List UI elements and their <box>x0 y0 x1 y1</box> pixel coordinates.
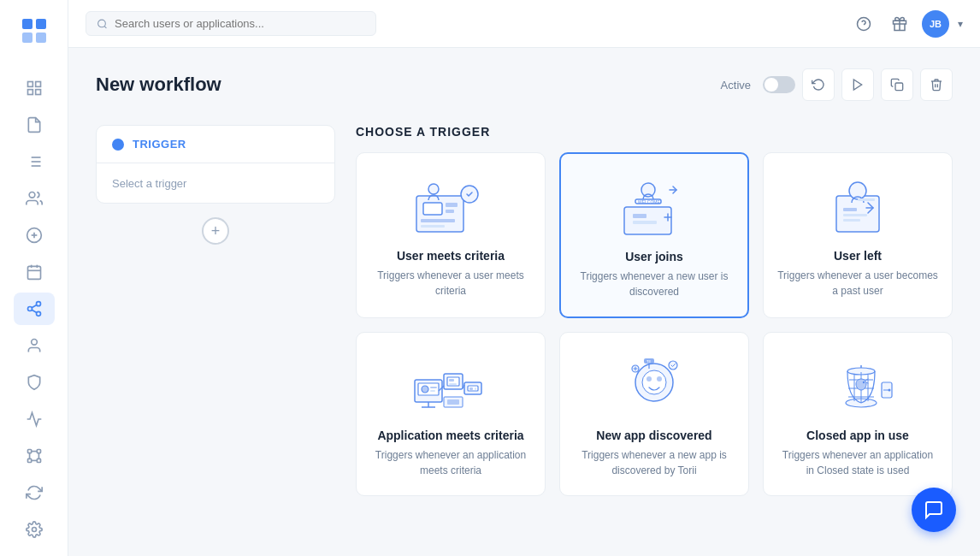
copy-button[interactable] <box>881 68 913 101</box>
trigger-dot <box>112 139 124 151</box>
user-left-illustration <box>815 170 900 239</box>
svg-rect-55 <box>633 221 657 224</box>
page-title: New workflow <box>96 74 721 96</box>
svg-rect-5 <box>35 82 40 87</box>
svg-point-22 <box>36 302 40 306</box>
svg-rect-51 <box>421 225 445 228</box>
svg-rect-48 <box>446 210 454 213</box>
svg-rect-0 <box>22 19 32 29</box>
trigger-option-closed-app-in-use[interactable]: Closed app in use Triggers whenever an a… <box>763 332 953 496</box>
header-controls: Active <box>721 68 953 101</box>
svg-rect-1 <box>36 19 46 29</box>
add-step-button[interactable]: + <box>202 217 229 245</box>
content-area: New workflow Active <box>68 48 980 556</box>
history-button[interactable] <box>802 68 835 101</box>
sidebar-item-sync[interactable] <box>14 476 55 509</box>
trigger-option-user-left[interactable]: User left Triggers whenever a user becom… <box>763 152 953 318</box>
svg-rect-4 <box>27 82 32 87</box>
trigger-option-new-app-discovered[interactable]: TII New app discovered Triggers whenever… <box>559 332 749 496</box>
sidebar-item-list[interactable] <box>14 145 55 179</box>
sidebar-item-workflow[interactable] <box>14 293 55 326</box>
trigger-card-body[interactable]: Select a trigger <box>97 163 334 203</box>
svg-point-88 <box>669 361 677 370</box>
sidebar <box>0 0 68 556</box>
help-button[interactable] <box>850 10 877 38</box>
trigger-label: TRIGGER <box>133 138 186 151</box>
svg-rect-3 <box>36 33 46 43</box>
svg-rect-30 <box>27 458 31 462</box>
app-logo[interactable] <box>14 10 55 55</box>
trigger-desc-app-meets-criteria: Triggers whenever an application meets c… <box>370 447 531 478</box>
svg-rect-18 <box>27 266 40 279</box>
user-joins-illustration: WELCOME <box>611 171 697 240</box>
active-toggle[interactable] <box>763 76 795 93</box>
chat-button[interactable] <box>912 488 956 532</box>
svg-rect-62 <box>843 214 867 216</box>
gift-button[interactable] <box>886 10 913 38</box>
trigger-name-app-meets-criteria: Application meets criteria <box>377 429 523 442</box>
svg-point-27 <box>31 339 37 345</box>
sidebar-item-dashboard[interactable] <box>14 72 55 105</box>
trigger-option-user-joins[interactable]: WELCOME User joins Triggers whenever a n… <box>559 152 749 318</box>
svg-point-52 <box>428 184 439 194</box>
user-meets-criteria-illustration <box>408 170 493 239</box>
svg-rect-7 <box>35 90 40 95</box>
trigger-desc-user-meets-criteria: Triggers whenever a user meets criteria <box>370 268 531 299</box>
svg-point-97 <box>888 389 891 392</box>
svg-point-23 <box>27 306 32 311</box>
user-menu-chevron[interactable]: ▾ <box>958 18 963 30</box>
svg-rect-46 <box>423 203 442 215</box>
trigger-desc-new-app-discovered: Triggers whenever a new app is discovere… <box>574 447 735 478</box>
svg-rect-61 <box>843 208 857 211</box>
svg-rect-2 <box>22 33 32 43</box>
left-panel: TRIGGER Select a trigger + <box>96 125 335 535</box>
svg-rect-68 <box>430 387 437 388</box>
sidebar-item-calendar[interactable] <box>14 256 55 289</box>
trigger-card: TRIGGER Select a trigger <box>96 125 335 204</box>
sidebar-item-reports[interactable] <box>14 402 55 435</box>
svg-rect-74 <box>449 379 454 382</box>
svg-rect-69 <box>430 390 435 392</box>
sidebar-item-person[interactable] <box>14 328 55 362</box>
svg-rect-50 <box>421 219 455 222</box>
svg-rect-63 <box>843 219 860 222</box>
trigger-option-user-meets-criteria[interactable]: User meets criteria Triggers whenever a … <box>356 152 546 318</box>
workflow-header: New workflow Active <box>96 68 953 101</box>
search-bar[interactable] <box>86 11 376 36</box>
sidebar-item-integrations[interactable] <box>14 439 55 472</box>
trigger-name-user-left: User left <box>834 249 882 263</box>
search-icon <box>97 18 108 30</box>
active-label: Active <box>721 79 751 92</box>
search-input[interactable] <box>115 17 365 30</box>
svg-marker-43 <box>853 80 861 90</box>
trigger-option-application-meets-criteria[interactable]: Application meets criteria Triggers when… <box>356 332 546 496</box>
svg-point-67 <box>422 386 428 393</box>
svg-rect-31 <box>37 458 40 462</box>
sidebar-item-users[interactable] <box>14 182 55 216</box>
choose-trigger-title: CHOOSE A TRIGGER <box>356 125 953 139</box>
svg-point-37 <box>98 20 106 27</box>
svg-line-26 <box>32 305 37 307</box>
sidebar-item-settings[interactable] <box>14 512 55 546</box>
trigger-desc-user-joins: Triggers whenever a new user is discover… <box>575 269 734 299</box>
svg-rect-47 <box>446 203 458 207</box>
trigger-card-header: TRIGGER <box>97 126 334 163</box>
play-button[interactable] <box>841 68 874 101</box>
topbar-right: JB ▾ <box>850 10 963 38</box>
application-meets-criteria-illustration <box>408 350 493 418</box>
delete-button[interactable] <box>920 68 953 101</box>
sidebar-item-documents[interactable] <box>14 109 55 142</box>
svg-point-84 <box>646 376 652 382</box>
topbar: JB ▾ <box>68 0 980 48</box>
sidebar-item-security[interactable] <box>14 365 55 399</box>
closed-app-in-use-illustration <box>815 350 900 418</box>
trigger-name-user-joins: User joins <box>625 250 683 263</box>
user-avatar[interactable]: JB <box>922 10 949 38</box>
svg-line-38 <box>104 26 106 27</box>
svg-point-85 <box>657 376 662 382</box>
main-area: JB ▾ New workflow Active <box>68 0 980 556</box>
svg-rect-6 <box>27 90 32 95</box>
trigger-name-closed-app-in-use: Closed app in use <box>806 429 909 442</box>
sidebar-item-billing[interactable] <box>14 219 55 252</box>
svg-point-14 <box>29 192 35 198</box>
